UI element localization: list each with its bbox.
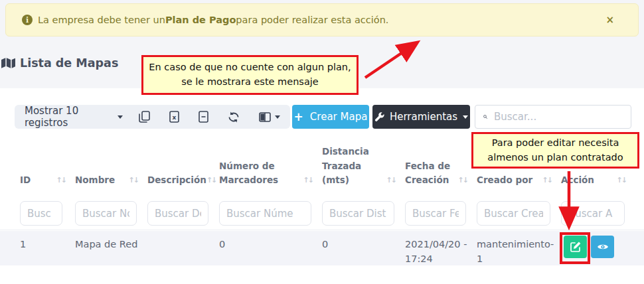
view-map-button[interactable]	[591, 236, 614, 258]
cell-id: 1	[20, 231, 75, 267]
sort-icon: ↑↓	[303, 175, 313, 188]
filter-cell	[561, 198, 635, 230]
cell-marcadores: 0	[219, 231, 322, 267]
create-map-label: Crear Mapa	[310, 111, 368, 123]
cell-creado-por: mantenimiento-1	[477, 231, 561, 267]
header-label: Número de Marcadores	[219, 159, 303, 188]
annotation-line: Para poder editar necesita	[492, 136, 619, 151]
export-buttons: x	[139, 111, 280, 123]
filter-cell	[147, 198, 219, 230]
column-header-id[interactable]: ID ↑↓	[20, 141, 75, 189]
table-row: 1 Mapa de Red 0 0 2021/04/20 - 17:24 man…	[0, 231, 644, 265]
edit-map-button[interactable]	[564, 236, 587, 258]
filter-descripcion-input[interactable]	[147, 201, 208, 226]
sort-icon: ↑↓	[206, 175, 216, 188]
column-header-marcadores[interactable]: Número de Marcadores ↑↓	[219, 141, 322, 189]
alert-text-before: La empresa debe tener un	[38, 15, 165, 25]
filter-cell	[405, 198, 477, 230]
header-label: Nombre	[75, 173, 115, 188]
table-search	[475, 105, 631, 129]
document-icon	[199, 111, 208, 123]
show-entries-label: Mostrar 10 registros	[25, 105, 112, 129]
header-label: Distancia Trazada (mts)	[322, 145, 386, 188]
column-header-descripcion[interactable]: Descripción ↑↓	[147, 141, 219, 189]
column-header-fecha[interactable]: Fecha de Creación ↑↓	[405, 141, 477, 189]
filter-creado-input[interactable]	[477, 201, 550, 226]
close-icon[interactable]: ×	[605, 14, 614, 26]
filter-cell	[20, 198, 75, 230]
table-toolbar: Mostrar 10 registros x	[15, 105, 290, 129]
export-file-button[interactable]	[199, 111, 208, 123]
table-filter-row	[0, 198, 644, 230]
header-label: Acción	[561, 173, 594, 188]
sort-icon: ↑↓	[56, 175, 66, 188]
refresh-icon	[228, 111, 240, 123]
filter-cell	[477, 198, 561, 230]
cell-nombre: Mapa de Red	[75, 231, 147, 267]
plan-required-alert: i La empresa debe tener un Plan de Pago …	[5, 3, 639, 36]
header-label: Fecha de Creación	[405, 159, 458, 188]
search-icon	[483, 111, 487, 122]
refresh-button[interactable]	[228, 111, 240, 123]
sort-icon: ↑↓	[542, 175, 552, 188]
cell-accion	[561, 231, 635, 267]
annotation-edit-note: Para poder editar necesita almenos un pl…	[471, 132, 639, 169]
filter-cell	[75, 198, 147, 230]
filter-distancia-input[interactable]	[322, 201, 394, 226]
columns-icon	[259, 112, 271, 122]
header-label: Descripción	[147, 173, 206, 188]
cell-distancia: 0	[322, 231, 405, 267]
info-circle-icon: i	[22, 15, 33, 25]
sort-icon: ↑↓	[458, 175, 467, 188]
header-label: Creado por	[477, 173, 532, 188]
tools-label: Herramientas	[390, 111, 457, 123]
chevron-down-icon	[463, 115, 468, 119]
svg-text:x: x	[173, 114, 177, 121]
wrench-icon	[374, 112, 384, 122]
map-icon	[1, 58, 15, 68]
cell-descripcion	[147, 231, 219, 267]
sort-icon: ↑↓	[617, 175, 626, 188]
create-map-button[interactable]: + Crear Mapa	[292, 105, 369, 129]
sort-icon: ↑↓	[386, 175, 396, 188]
maps-list-page: i La empresa debe tener un Plan de Pago …	[0, 0, 644, 284]
filter-accion-input[interactable]	[561, 201, 625, 226]
page-title: Lista de Mapas	[1, 56, 118, 70]
annotation-banner-note: En caso de que no cuente con algun plan,…	[141, 55, 359, 95]
column-visibility-button[interactable]	[259, 112, 280, 122]
filter-id-input[interactable]	[20, 201, 62, 226]
annotation-line: almenos un plan contratado	[487, 151, 623, 165]
search-input[interactable]	[494, 111, 623, 123]
excel-file-icon: x	[169, 111, 179, 123]
cell-fecha: 2021/04/20 - 17:24	[405, 231, 477, 267]
show-entries-dropdown[interactable]: Mostrar 10 registros	[25, 105, 123, 129]
tools-dropdown-button[interactable]: Herramientas	[372, 105, 470, 129]
eye-icon	[597, 243, 609, 251]
annotation-line: se le mostrara este mensaje	[181, 75, 319, 90]
column-header-distancia[interactable]: Distancia Trazada (mts) ↑↓	[322, 141, 405, 189]
filter-fecha-input[interactable]	[405, 201, 466, 226]
filter-marcadores-input[interactable]	[219, 201, 311, 226]
annotation-line: En caso de que no cuente con algun plan,	[149, 60, 351, 75]
alert-text-bold: Plan de Pago	[165, 15, 236, 25]
edit-icon	[570, 242, 581, 252]
copy-button[interactable]	[139, 111, 150, 123]
filter-cell	[322, 198, 405, 230]
plus-icon: +	[294, 111, 303, 123]
header-label: ID	[20, 173, 31, 188]
filter-cell	[219, 198, 322, 230]
sort-icon: ↑↓	[129, 175, 138, 188]
copy-icon	[139, 111, 150, 123]
filter-nombre-input[interactable]	[75, 201, 137, 226]
page-title-label: Lista de Mapas	[20, 56, 118, 70]
chevron-down-icon	[118, 115, 123, 119]
alert-text-after: para poder realizar esta acción.	[236, 15, 388, 25]
export-excel-button[interactable]: x	[169, 111, 179, 123]
chevron-down-icon	[275, 115, 280, 119]
column-header-nombre[interactable]: Nombre ↑↓	[75, 141, 147, 189]
